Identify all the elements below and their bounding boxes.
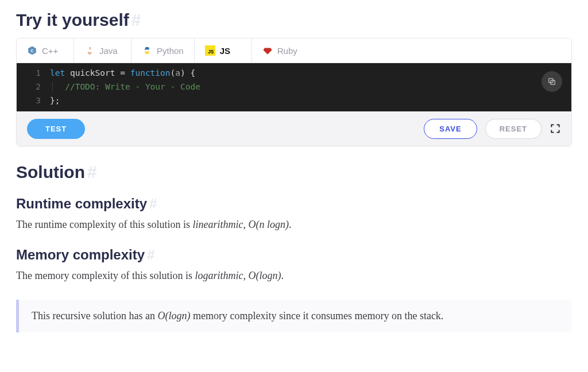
tab-cpp[interactable]: C C++ — [17, 38, 74, 63]
anchor-icon[interactable]: # — [87, 162, 97, 181]
python-icon — [142, 45, 152, 56]
anchor-icon[interactable]: # — [147, 247, 154, 262]
code-widget: C C++ Java Python JS JS Ruby — [16, 38, 572, 146]
code-line-1: 1 let quickSort = function(a) { — [17, 67, 571, 80]
try-it-yourself-heading: Try it yourself# — [16, 10, 572, 30]
anchor-icon[interactable]: # — [149, 196, 157, 211]
tab-java[interactable]: Java — [74, 38, 131, 63]
heading-text: Runtime complexity — [16, 196, 147, 211]
anchor-icon[interactable]: # — [131, 10, 141, 29]
editor-toolbar: TEST SAVE RESET — [17, 111, 571, 146]
svg-marker-4 — [263, 48, 272, 55]
ruby-icon — [262, 45, 273, 56]
callout-note: This recursive solution has an O(logn) m… — [16, 300, 572, 332]
heading-text: Memory complexity — [16, 247, 145, 262]
runtime-paragraph: The runtime complexity of this solution … — [16, 216, 572, 233]
fullscreen-icon[interactable] — [550, 123, 561, 134]
tab-js[interactable]: JS JS — [195, 38, 252, 63]
tab-label: JS — [220, 46, 230, 56]
test-button[interactable]: TEST — [27, 119, 85, 139]
svg-text:JS: JS — [208, 49, 214, 55]
heading-text: Try it yourself — [16, 10, 129, 29]
tab-label: Java — [99, 46, 118, 56]
solution-heading: Solution# — [16, 162, 572, 182]
tab-label: Python — [157, 46, 184, 56]
runtime-heading: Runtime complexity# — [16, 196, 572, 212]
code-editor[interactable]: 1 let quickSort = function(a) { 2 │ //TO… — [17, 63, 571, 111]
memory-paragraph: The memory complexity of this solution i… — [16, 268, 572, 284]
tab-label: C++ — [42, 46, 58, 56]
language-tabs: C C++ Java Python JS JS Ruby — [17, 38, 571, 63]
memory-heading: Memory complexity# — [16, 247, 572, 263]
save-button[interactable]: SAVE — [424, 119, 477, 139]
reset-button[interactable]: RESET — [485, 119, 541, 139]
js-icon: JS — [205, 45, 215, 56]
cpp-icon: C — [27, 45, 37, 56]
code-line-3: 3 }; — [17, 94, 571, 108]
heading-text: Solution — [16, 162, 85, 181]
java-icon — [84, 45, 95, 56]
copy-button[interactable] — [541, 71, 562, 92]
svg-text:C: C — [30, 48, 34, 53]
tab-ruby[interactable]: Ruby — [252, 38, 310, 63]
tab-python[interactable]: Python — [131, 38, 195, 63]
code-line-2: 2 │ //TODO: Write - Your - Code — [17, 80, 571, 94]
tab-label: Ruby — [277, 46, 297, 56]
